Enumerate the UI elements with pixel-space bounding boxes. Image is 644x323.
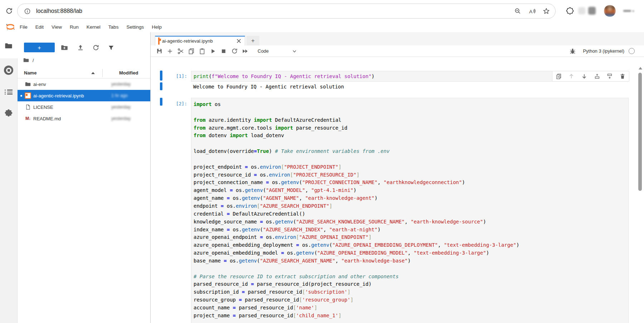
menu-view[interactable]: View xyxy=(48,24,66,30)
restart-run-all-button[interactable] xyxy=(240,47,250,56)
column-header-modified[interactable]: Modified xyxy=(119,70,138,76)
move-cell-down-icon[interactable] xyxy=(580,72,588,80)
profile-avatar[interactable] xyxy=(604,5,616,17)
paste-cells-button[interactable] xyxy=(197,47,208,56)
extension-puzzle-icon xyxy=(4,109,13,117)
menu-edit[interactable]: Edit xyxy=(31,24,48,30)
folder-icon xyxy=(25,81,31,87)
browser-extension-icon-blurred[interactable] xyxy=(578,7,585,14)
browser-menu-blurred[interactable] xyxy=(623,10,631,12)
close-tab-icon[interactable] xyxy=(235,38,242,44)
cell1-output-text: Welcome to Foundry IQ - Agentic retrieva… xyxy=(193,83,344,91)
insert-cell-button[interactable] xyxy=(165,47,175,56)
kernel-group: Python 3 (ipykernel) xyxy=(567,47,644,56)
favorites-star-icon[interactable] xyxy=(541,6,552,16)
browser-refresh-button[interactable] xyxy=(3,5,15,17)
duplicate-cell-icon[interactable] xyxy=(555,72,563,80)
file-row-readme[interactable]: M↓ README.md yesterday xyxy=(18,113,150,124)
file-icon xyxy=(25,104,31,110)
interrupt-kernel-button[interactable] xyxy=(218,47,229,56)
cell-hover-toolbar xyxy=(552,71,629,82)
cell1-prompt: [1]: xyxy=(161,72,187,80)
sidebar-tab-filebrowser[interactable] xyxy=(0,39,17,53)
file-modified-redacted: yesterday xyxy=(111,116,131,121)
kernel-name[interactable]: Python 3 (ipykernel) xyxy=(583,48,624,54)
menu-tabs[interactable]: Tabs xyxy=(104,24,123,30)
chevron-down-icon xyxy=(292,49,297,54)
sidebar-tab-table-of-contents[interactable] xyxy=(0,85,17,99)
extensions-button[interactable] xyxy=(564,5,576,17)
move-cell-up-icon[interactable] xyxy=(567,72,575,80)
cut-cells-button[interactable] xyxy=(175,47,186,56)
cell-type-value: Code xyxy=(258,48,269,54)
url-bar[interactable]: localhost:8888/lab A xyxy=(17,4,556,19)
svg-text:A: A xyxy=(529,9,533,14)
markdown-icon: M↓ xyxy=(25,115,31,122)
restart-kernel-button[interactable] xyxy=(229,47,240,56)
notebook-content: [1]: print(f"Welcome to Foundry IQ - Age… xyxy=(151,57,644,323)
screen: localhost:8888/lab A xyxy=(0,0,644,323)
file-list-header: Name Modified xyxy=(18,68,150,78)
folder-icon xyxy=(4,42,13,50)
notebook-icon xyxy=(25,92,31,99)
scrollbar-up-arrow[interactable] xyxy=(639,67,642,69)
upload-button[interactable] xyxy=(76,44,85,52)
menu-help[interactable]: Help xyxy=(148,24,166,30)
avatar-image-blurred xyxy=(604,5,616,17)
sidebar-tab-extensions[interactable] xyxy=(0,106,17,120)
jupyter-logo-icon xyxy=(5,21,16,32)
cell-type-dropdown[interactable]: Code xyxy=(255,47,299,56)
file-modified-redacted: yesterday xyxy=(111,105,131,110)
main-dock-panel: ai-agentic-retrieval.ipynb + xyxy=(151,32,644,323)
cell2-prompt: [2]: xyxy=(161,100,187,108)
site-info-icon[interactable] xyxy=(22,6,33,16)
file-row-ai-agentic-retrieval[interactable]: ai-agentic-retrieval.ipynb 1 hr ago xyxy=(18,90,150,101)
debugger-bug-icon[interactable] xyxy=(567,47,578,56)
dock-tab-bar: ai-agentic-retrieval.ipynb + xyxy=(151,32,644,46)
column-header-name[interactable]: Name xyxy=(24,70,36,76)
toc-list-icon xyxy=(5,89,13,96)
copy-cells-button[interactable] xyxy=(186,47,197,56)
url-text[interactable]: localhost:8888/lab xyxy=(36,8,512,14)
notebook-icon xyxy=(158,38,160,44)
refresh-filebrowser-button[interactable] xyxy=(91,44,101,52)
menu-file[interactable]: File xyxy=(16,24,31,30)
notebook-scrollbar[interactable] xyxy=(638,57,643,323)
read-aloud-icon[interactable]: A xyxy=(527,6,537,16)
browser-extension-icon-blurred[interactable] xyxy=(588,7,596,15)
file-name: LICENSE xyxy=(33,105,53,110)
breadcrumb[interactable]: / xyxy=(23,56,34,64)
file-row-ai-env[interactable]: ai-env yesterday xyxy=(18,78,150,90)
file-row-license[interactable]: LICENSE yesterday xyxy=(18,101,150,113)
new-launcher-button[interactable]: + xyxy=(24,43,55,52)
browser-chrome: localhost:8888/lab A xyxy=(0,0,644,22)
filter-files-button[interactable] xyxy=(106,44,116,52)
insert-cell-below-icon[interactable] xyxy=(606,72,614,80)
save-button[interactable] xyxy=(154,47,165,56)
home-folder-icon xyxy=(23,57,29,63)
run-cell-button[interactable] xyxy=(208,47,218,56)
refresh-icon xyxy=(5,7,13,15)
delete-cell-trash-icon[interactable] xyxy=(619,72,626,80)
new-tab-button[interactable]: + xyxy=(247,36,259,45)
column-divider xyxy=(102,69,103,77)
menu-run[interactable]: Run xyxy=(66,24,83,30)
kernel-status-idle-icon xyxy=(629,48,635,54)
sidebar-tab-running-kernels[interactable] xyxy=(0,63,17,77)
notebook-toolbar: Code Python 3 (ipykernel) xyxy=(151,45,644,57)
file-name: README.md xyxy=(33,116,61,121)
insert-cell-above-icon[interactable] xyxy=(593,72,601,80)
cell2-code-editor[interactable]: import os from azure.identity import Def… xyxy=(191,98,629,323)
tab-ai-agentic-retrieval[interactable]: ai-agentic-retrieval.ipynb xyxy=(155,36,245,45)
puzzle-icon xyxy=(566,7,574,15)
scrollbar-thumb[interactable] xyxy=(638,73,642,191)
file-name: ai-agentic-retrieval.ipynb xyxy=(33,93,84,98)
sort-ascending-icon[interactable] xyxy=(91,72,95,74)
cell1-output-collapser[interactable] xyxy=(160,82,162,90)
running-kernels-icon xyxy=(4,66,13,75)
menu-kernel[interactable]: Kernel xyxy=(83,24,104,30)
menu-settings[interactable]: Settings xyxy=(122,24,148,30)
new-folder-button[interactable] xyxy=(60,44,69,52)
zoom-out-icon[interactable] xyxy=(512,6,523,16)
tab-title: ai-agentic-retrieval.ipynb xyxy=(162,38,213,44)
